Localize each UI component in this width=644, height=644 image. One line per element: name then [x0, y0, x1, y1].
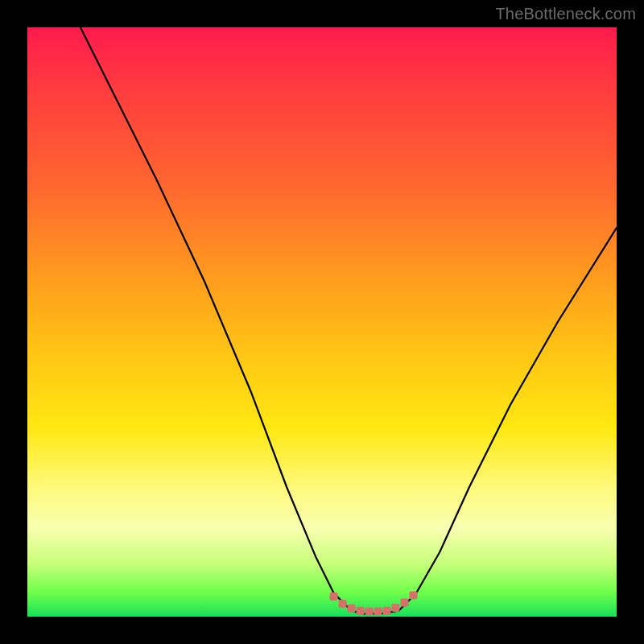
bottleneck-curve-path — [80, 27, 617, 613]
marker-dot — [339, 600, 347, 608]
chart-svg — [27, 27, 617, 617]
marker-dot — [365, 607, 374, 615]
watermark-text: TheBottleneck.com — [495, 5, 636, 23]
marker-dot — [330, 592, 338, 601]
marker-dot — [410, 592, 418, 600]
plot-area — [27, 27, 617, 617]
bottom-markers-group — [330, 592, 418, 616]
marker-dot — [392, 604, 400, 612]
marker-dot — [383, 607, 391, 615]
marker-dot — [348, 605, 356, 613]
marker-dot — [401, 598, 409, 606]
marker-dot — [374, 607, 382, 615]
chart-frame: TheBottleneck.com — [0, 0, 644, 644]
marker-dot — [357, 607, 365, 615]
